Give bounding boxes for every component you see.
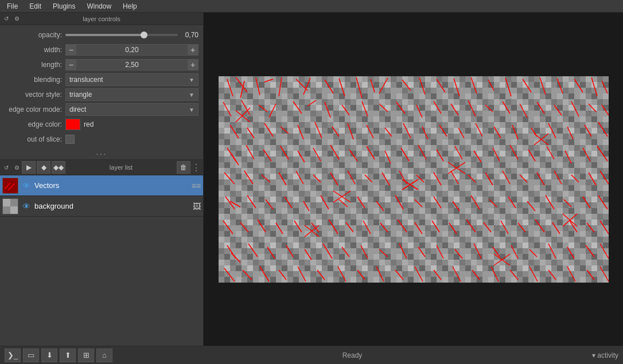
svg-rect-4 — [10, 206, 18, 214]
delete-layer-btn[interactable]: 🗑 — [177, 161, 190, 174]
edge-color-mode-row: edge color mode: direct ▼ — [5, 102, 198, 117]
vector-style-value: triangle — [69, 91, 92, 99]
edge-color-mode-control: direct ▼ — [65, 103, 198, 116]
shape-tool-btn[interactable]: ◆◆ — [52, 161, 65, 174]
opacity-row: opacity: 0,70 — [5, 28, 198, 42]
length-control: − 2,50 + — [65, 59, 198, 71]
layer-list-panel: ↺ ⚙ ▶ ◆ ◆◆ layer list 🗑 ⋮ — [0, 159, 203, 346]
width-control: − 0,20 + — [65, 44, 198, 56]
width-row: width: − 0,20 + — [5, 42, 198, 57]
activity-label: ▾ activity — [592, 351, 618, 359]
length-value: 2,50 — [76, 61, 188, 69]
vector-style-label: vector style: — [5, 91, 62, 99]
settings-icon[interactable]: ⚙ — [13, 15, 21, 23]
canvas-area — [204, 13, 623, 346]
canvas-background — [219, 76, 609, 283]
vectors-mode-icon: ≡≡ — [192, 181, 201, 190]
bottom-bar: ❯_ ▭ ⬇ ⬆ ⊞ ⌂ Ready ▾ activity — [0, 346, 623, 364]
layer-toolbar-left: ▶ ◆ ◆◆ — [22, 161, 65, 174]
vectors-layer-name: Vectors — [34, 181, 189, 190]
out-of-slice-checkbox[interactable] — [65, 135, 75, 144]
direct-select-btn[interactable]: ◆ — [37, 161, 50, 174]
edge-color-label: edge color: — [5, 120, 62, 128]
width-plus-btn[interactable]: + — [188, 45, 198, 55]
layer-reset-icon[interactable]: ↺ — [2, 163, 10, 171]
left-panel: ↺ ⚙ layer controls opacity: 0,70 — [0, 13, 204, 346]
blending-arrow-icon: ▼ — [189, 77, 194, 83]
length-minus-btn[interactable]: − — [66, 60, 76, 70]
layer-toolbar-right: 🗑 — [177, 161, 190, 174]
edge-color-swatch[interactable] — [65, 119, 80, 130]
width-spinbox: − 0,20 + — [65, 44, 198, 56]
background-img-icon: 🖼 — [193, 202, 201, 211]
opacity-slider-thumb[interactable] — [141, 32, 147, 38]
vectors-visibility-icon[interactable]: 👁 — [21, 180, 32, 191]
opacity-slider-track[interactable] — [65, 34, 178, 36]
layer-settings-icon[interactable]: ⚙ — [13, 163, 21, 171]
terminal-btn[interactable]: ❯_ — [5, 349, 21, 362]
svg-rect-3 — [3, 199, 10, 206]
blending-row: blending: translucent ▼ — [5, 72, 198, 87]
width-label: width: — [5, 46, 62, 54]
layer-thumb-vectors — [2, 178, 18, 194]
svg-line-0 — [5, 182, 10, 189]
menu-edit[interactable]: Edit — [25, 1, 46, 11]
more-options-dots[interactable]: ··· — [0, 149, 203, 159]
edge-color-mode-dropdown[interactable]: direct ▼ — [65, 103, 198, 116]
export-btn[interactable]: ⬆ — [60, 349, 76, 362]
reset-icon[interactable]: ↺ — [2, 15, 10, 23]
blending-value: translucent — [69, 76, 103, 84]
svg-rect-15 — [219, 76, 609, 283]
menu-file[interactable]: File — [2, 1, 22, 11]
layer-controls-title: layer controls — [83, 15, 120, 22]
edge-color-mode-label: edge color mode: — [5, 105, 62, 113]
length-label: length: — [5, 61, 62, 69]
vector-style-dropdown[interactable]: triangle ▼ — [65, 88, 198, 101]
opacity-control: 0,70 — [65, 31, 198, 39]
opacity-slider-fill — [65, 34, 144, 36]
rectangle-btn[interactable]: ▭ — [23, 349, 39, 362]
length-plus-btn[interactable]: + — [188, 60, 198, 70]
out-of-slice-row: out of slice: — [5, 132, 198, 147]
edge-color-row: edge color: red — [5, 117, 198, 132]
layer-list-title: layer list — [67, 164, 176, 171]
edge-color-mode-value: direct — [69, 105, 86, 113]
layer-list-toolbar: ↺ ⚙ ▶ ◆ ◆◆ layer list 🗑 ⋮ — [0, 159, 203, 175]
out-of-slice-label: out of slice: — [5, 135, 62, 143]
edge-color-mode-arrow-icon: ▼ — [189, 107, 194, 113]
edge-color-name: red — [84, 120, 94, 128]
layer-drag-handle-icon: ⋮ — [192, 162, 201, 173]
menu-help[interactable]: Help — [118, 1, 142, 11]
controls-grid: opacity: 0,70 width: − — [0, 25, 203, 149]
opacity-value: 0,70 — [181, 31, 198, 39]
canvas-viewport — [219, 76, 609, 283]
layer-item-vectors[interactable]: 👁 Vectors ≡≡ — [0, 175, 203, 196]
background-visibility-icon[interactable]: 👁 — [21, 201, 32, 212]
vector-style-control: triangle ▼ — [65, 88, 198, 101]
length-spinbox: − 2,50 + — [65, 59, 198, 71]
width-minus-btn[interactable]: − — [66, 45, 76, 55]
edge-color-control: red — [65, 119, 198, 130]
vector-style-row: vector style: triangle ▼ — [5, 87, 198, 102]
width-value: 0,20 — [76, 46, 188, 54]
blending-dropdown[interactable]: translucent ▼ — [65, 73, 198, 86]
bottom-toolbar: ❯_ ▭ ⬇ ⬆ ⊞ ⌂ — [5, 349, 112, 362]
menu-window[interactable]: Window — [82, 1, 116, 11]
header-icons: ↺ ⚙ — [2, 15, 21, 23]
blending-control: translucent ▼ — [65, 73, 198, 86]
home-btn[interactable]: ⌂ — [96, 349, 112, 362]
layer-controls-header: ↺ ⚙ layer controls — [0, 13, 203, 25]
menu-plugins[interactable]: Plugins — [48, 1, 80, 11]
layer-item-background[interactable]: 👁 background 🖼 — [0, 196, 203, 217]
import-btn[interactable]: ⬇ — [41, 349, 57, 362]
select-tool-btn[interactable]: ▶ — [22, 161, 36, 174]
status-text: Ready — [342, 351, 363, 359]
layer-thumb-background — [2, 198, 18, 214]
layer-controls-panel: ↺ ⚙ layer controls opacity: 0,70 — [0, 13, 203, 159]
grid-btn[interactable]: ⊞ — [78, 349, 94, 362]
main-layout: ↺ ⚙ layer controls opacity: 0,70 — [0, 13, 623, 346]
menubar: File Edit Plugins Window Help — [0, 0, 623, 13]
blending-label: blending: — [5, 76, 62, 84]
background-layer-name: background — [34, 202, 190, 210]
vector-style-arrow-icon: ▼ — [189, 92, 194, 98]
